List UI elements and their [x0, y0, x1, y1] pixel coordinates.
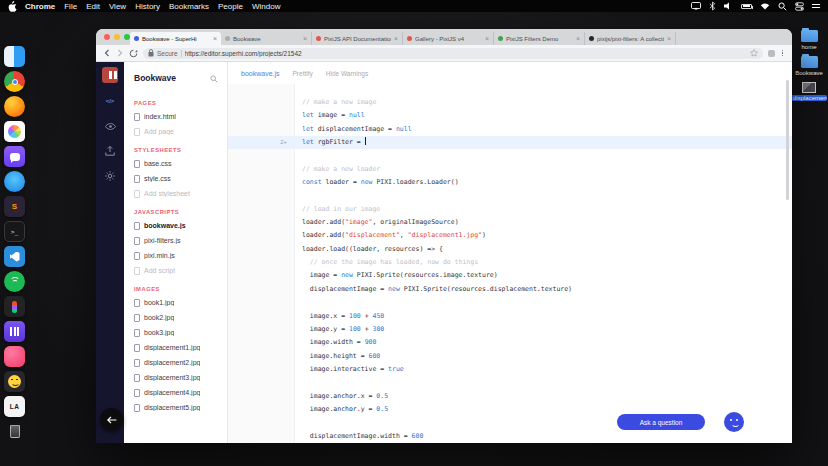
desktop-icon-bookwave[interactable]: Bookwave [795, 56, 823, 76]
code-line[interactable]: image = new PIXI.Sprite(resources.image.… [228, 269, 792, 282]
menubar-menu-bookmarks[interactable]: Bookmarks [169, 2, 209, 11]
apple-menu-icon[interactable] [8, 1, 17, 12]
file-item-book1.jpg[interactable]: book1.jpg [124, 295, 227, 310]
code-line[interactable] [228, 376, 792, 389]
file-item-displacement2.jpg[interactable]: displacement2.jpg [124, 355, 227, 370]
editor-scrollbar[interactable] [786, 80, 789, 200]
code-line[interactable] [228, 416, 792, 429]
messages-dock-icon[interactable] [4, 146, 25, 167]
code-line[interactable]: image.anchor.y = 0.5 [228, 403, 792, 416]
code-line[interactable]: image.anchor.x = 0.5 [228, 390, 792, 403]
finder-dock-icon[interactable] [4, 46, 25, 67]
firefox-dock-icon[interactable] [4, 96, 25, 117]
file-item-bookwave.js[interactable]: bookwave.js [124, 218, 227, 233]
zoom-window-button[interactable] [124, 34, 130, 40]
editor-tab-bookwave-js[interactable]: bookwave.js [241, 70, 280, 77]
desktop-icon-home[interactable]: home [801, 30, 818, 50]
vscode-dock-icon[interactable] [4, 246, 25, 267]
sublime-text-dock-icon[interactable]: S [4, 196, 25, 217]
spotify-dock-icon[interactable] [4, 271, 25, 292]
code-line[interactable]: let displacementImage = null [228, 123, 792, 136]
file-item-pixi.min.js[interactable]: pixi.min.js [124, 248, 227, 263]
desktop-icon-displacement1-jp-[interactable]: displacement1.jp... [791, 82, 827, 101]
menubar-menu-window[interactable]: Window [252, 2, 280, 11]
tab-close-icon[interactable]: × [485, 35, 489, 42]
code-line[interactable]: image.interactive = true [228, 363, 792, 376]
tab-close-icon[interactable]: × [213, 35, 217, 42]
back-icon[interactable] [103, 49, 111, 57]
control-center-icon[interactable] [795, 2, 804, 11]
file-item-style.css[interactable]: style.css [124, 171, 227, 186]
file-item-base.css[interactable]: base.css [124, 156, 227, 171]
file-item-displacement3.jpg[interactable]: displacement3.jpg [124, 370, 227, 385]
terminal-dock-icon[interactable]: >_ [4, 221, 25, 242]
menubar-menu-history[interactable]: History [135, 2, 160, 11]
browser-tab[interactable]: Bookwave× [221, 32, 312, 45]
code-line[interactable]: // make a new loader [228, 163, 792, 176]
code-line[interactable]: // make a new image [228, 96, 792, 109]
hide-warnings-button[interactable]: Hide Warnings [326, 70, 368, 77]
bookmark-star-icon[interactable] [750, 49, 758, 58]
menubar-menu-people[interactable]: People [218, 2, 243, 11]
code-line[interactable]: image.y = 100 + 300 [228, 323, 792, 336]
share-upload-icon[interactable] [103, 144, 117, 158]
tab-close-icon[interactable]: × [576, 35, 580, 42]
file-item-book2.jpg[interactable]: book2.jpg [124, 310, 227, 325]
tab-close-icon[interactable]: × [303, 35, 307, 42]
code-line[interactable]: loader.add("image", originalImageSource) [228, 216, 792, 229]
file-item-book3.jpg[interactable]: book3.jpg [124, 325, 227, 340]
spotlight-search-icon[interactable] [778, 2, 787, 11]
address-bar[interactable]: Secure https://editor.superhi.com/projec… [143, 48, 763, 59]
preview-eye-icon[interactable] [103, 119, 117, 133]
help-smiley-button[interactable] [724, 412, 744, 432]
superhi-logo[interactable] [102, 67, 118, 83]
code-line[interactable]: // load in our image [228, 203, 792, 216]
code-area[interactable]: // make a new imagelet image = nulllet d… [228, 84, 792, 443]
file-item-displacement1.jpg[interactable]: displacement1.jpg [124, 340, 227, 355]
browser-tab[interactable]: PixiJS API Documentation× [312, 32, 403, 45]
menubar-menu-edit[interactable]: Edit [86, 2, 100, 11]
browser-tab[interactable]: Gallery - PixiJS v4× [403, 32, 494, 45]
browser-menu-icon[interactable] [780, 49, 786, 58]
code-line[interactable]: let image = null [228, 109, 792, 122]
file-search-icon[interactable] [210, 69, 218, 87]
notification-center-icon[interactable] [812, 3, 820, 10]
code-line[interactable]: image.height = 600 [228, 350, 792, 363]
close-window-button[interactable] [104, 34, 110, 40]
code-line[interactable]: image.x = 100 + 450 [228, 310, 792, 323]
chrome-dock-icon[interactable] [4, 71, 25, 92]
purple-app-dock-icon[interactable] [4, 321, 25, 342]
photos-dock-icon[interactable] [4, 121, 25, 142]
code-line[interactable]: loader.add("displacement", "displacement… [228, 229, 792, 242]
battery-icon[interactable] [741, 4, 752, 9]
browser-tab[interactable]: pixijs/pixi-filters: A collecti...× [585, 32, 676, 45]
extension-icon[interactable] [768, 50, 775, 57]
code-line[interactable]: loader.load((loader, resources) => { [228, 243, 792, 256]
add-stylesheet-button[interactable]: Add stylesheet [124, 186, 227, 201]
code-line[interactable]: displacementImage.width = 600 [228, 430, 792, 443]
minimize-window-button[interactable] [114, 34, 120, 40]
safari-dock-icon[interactable] [4, 171, 25, 192]
menubar-menu-view[interactable]: View [109, 2, 126, 11]
menubar-menu-chrome[interactable]: Chrome [25, 2, 55, 11]
la-card-dock-icon[interactable]: LA [4, 396, 25, 417]
forward-icon[interactable] [116, 49, 124, 57]
code-line[interactable]: displacementImage = new PIXI.Sprite(reso… [228, 283, 792, 296]
wifi-icon[interactable] [760, 2, 770, 10]
prettify-button[interactable]: Prettify [293, 70, 313, 77]
code-line[interactable] [228, 296, 792, 309]
pink-app-dock-icon[interactable] [4, 346, 25, 367]
tab-close-icon[interactable]: × [667, 35, 671, 42]
reload-icon[interactable] [129, 49, 138, 58]
tab-close-icon[interactable]: × [394, 35, 398, 42]
bluetooth-icon[interactable] [709, 1, 716, 11]
smiley-app-dock-icon[interactable] [4, 371, 25, 392]
add-page-button[interactable]: Add page [124, 124, 227, 139]
screen-mirroring-icon[interactable] [691, 2, 701, 10]
file-item-index.html[interactable]: index.html [124, 109, 227, 124]
back-fab-button[interactable] [100, 408, 123, 431]
code-line[interactable] [228, 189, 792, 202]
file-item-displacement5.jpg[interactable]: displacement5.jpg [124, 400, 227, 415]
code-line[interactable]: const loader = new PIXI.loaders.Loader() [228, 176, 792, 189]
code-line[interactable]: 2+let rgbFilter = [228, 136, 792, 149]
